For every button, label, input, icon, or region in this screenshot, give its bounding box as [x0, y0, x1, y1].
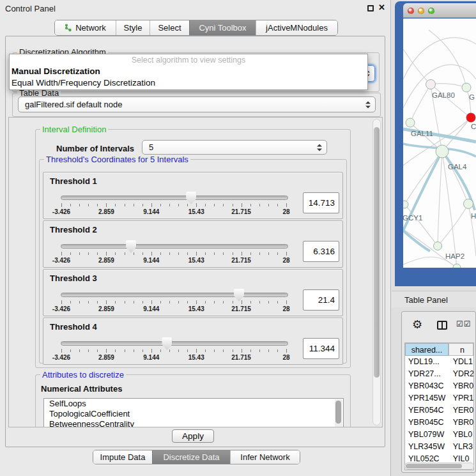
tab-style[interactable]: Style — [116, 20, 150, 35]
node-gal11[interactable] — [406, 118, 415, 127]
columns-icon[interactable] — [437, 321, 447, 330]
node-partial[interactable] — [453, 264, 461, 268]
table-row[interactable]: YBR045CYBR0 — [405, 417, 473, 429]
minimize-traffic-light[interactable] — [418, 8, 424, 14]
tick-mark — [178, 301, 179, 303]
threshold-1-value[interactable] — [303, 192, 339, 213]
float-icon[interactable] — [367, 5, 374, 12]
slider-track[interactable] — [61, 244, 288, 249]
slider-thumb[interactable] — [186, 192, 196, 204]
tab-impute-data[interactable]: Impute Data — [93, 450, 152, 464]
close-icon[interactable]: ✕ — [378, 3, 385, 12]
settings-vertical-scrollbar[interactable] — [372, 119, 381, 426]
tick-mark — [286, 203, 287, 207]
algorithm-popup-hint: Select algorithm to view settings — [10, 54, 367, 65]
slider-track[interactable] — [61, 293, 288, 297]
cell-shared-name[interactable]: YLR345W — [405, 441, 450, 453]
threshold-2-slider[interactable]: -3.4262.8599.14415.4321.71528 — [61, 242, 288, 266]
table-row[interactable]: YPR145WYPR1 — [405, 392, 473, 404]
table-horizontal-scrollbar[interactable] — [404, 463, 474, 470]
table-toolbar: ⚙ ☑☑ — [402, 312, 475, 341]
node-gal4[interactable] — [436, 145, 449, 158]
attribute-list-item[interactable]: BetweennessCentrality — [44, 419, 343, 427]
threshold-4-slider[interactable]: -3.4262.8599.14415.4321.71528 — [61, 339, 288, 363]
tab-discretize-data[interactable]: Discretize Data — [152, 450, 230, 464]
tab-select[interactable]: Select — [150, 20, 189, 35]
cell-name[interactable]: YER0 — [450, 404, 473, 417]
tick-mark — [233, 204, 233, 206]
cell-shared-name[interactable]: YBL079W — [405, 429, 450, 441]
cell-name[interactable]: YPR1 — [450, 392, 473, 404]
tab-network[interactable]: Network — [55, 20, 116, 35]
label-c: C — [471, 123, 476, 130]
cell-shared-name[interactable]: YBR043C — [405, 380, 450, 392]
tab-jactivemnodules[interactable]: jActiveMNodules — [256, 20, 337, 35]
tab-infer-network[interactable]: Infer Network — [230, 450, 300, 464]
node-gal80[interactable] — [426, 80, 436, 89]
attributes-group: Attributes to discretize Numerical Attri… — [35, 374, 351, 427]
cell-shared-name[interactable]: YBR045C — [405, 417, 450, 429]
column-header-name[interactable]: n — [449, 343, 473, 356]
tick-label: 28 — [282, 208, 289, 215]
scrollbar-thumb[interactable] — [406, 464, 462, 468]
checkbox-icons[interactable]: ☑☑ — [456, 319, 472, 328]
table-row[interactable]: YER054CYER0 — [405, 404, 473, 417]
cell-name[interactable]: YDR2 — [450, 368, 473, 380]
node-red[interactable] — [466, 113, 475, 122]
node-gcy1[interactable] — [403, 201, 408, 208]
tab-cyni-toolbox[interactable]: Cyni Toolbox — [189, 20, 256, 35]
tick-mark — [61, 349, 62, 353]
slider-ticks — [61, 300, 286, 305]
table-row[interactable]: YDR27...YDR2 — [405, 368, 473, 380]
threshold-2-value[interactable] — [303, 241, 339, 262]
cell-name[interactable]: YDL1 — [450, 356, 473, 368]
slider-thumb[interactable] — [234, 289, 244, 302]
table-row[interactable]: YLR345WYLR3 — [405, 441, 473, 453]
numerical-attributes-list[interactable]: SelfLoopsTopologicalCoefficientBetweenne… — [43, 398, 344, 427]
cell-name[interactable]: YBL0 — [450, 429, 473, 441]
zoom-traffic-light[interactable] — [428, 8, 434, 14]
number-of-intervals-combo[interactable]: 5 — [142, 140, 327, 155]
threshold-3-value[interactable] — [303, 289, 339, 311]
cell-shared-name[interactable]: YPR145W — [405, 392, 450, 404]
tick-mark — [277, 252, 278, 255]
cell-shared-name[interactable]: YER054C — [405, 404, 450, 417]
tick-mark — [142, 204, 143, 206]
apply-button[interactable]: Apply — [172, 429, 214, 443]
tick-mark — [169, 349, 170, 352]
tick-mark — [134, 301, 134, 303]
cell-name[interactable]: YBR0 — [450, 380, 473, 392]
threshold-panel-4: Threshold 4 -3.4262.8599.14415.4321.7152… — [43, 318, 343, 365]
cell-name[interactable]: YLR3 — [450, 441, 473, 453]
table-data-combo[interactable]: galFiltered.sif default node — [18, 96, 376, 112]
node-hap2[interactable] — [434, 242, 442, 250]
algorithm-option-manual[interactable]: Manual Discretization — [10, 65, 367, 77]
gear-icon[interactable]: ⚙ — [412, 318, 422, 332]
tick-label: 21.715 — [231, 257, 251, 264]
attribute-list-item[interactable]: TopologicalCoefficient — [44, 409, 343, 419]
slider-thumb[interactable] — [126, 240, 136, 253]
slider-track[interactable] — [61, 196, 288, 200]
close-traffic-light[interactable] — [408, 8, 414, 14]
scrollbar-thumb[interactable] — [374, 127, 380, 378]
slider-thumb[interactable] — [162, 337, 172, 350]
algorithm-option-equal-width[interactable]: Equal Width/Frequency Discretization — [10, 77, 367, 88]
attribute-list-item[interactable]: SelfLoops — [44, 399, 343, 409]
cell-shared-name[interactable]: YDR27... — [405, 368, 450, 380]
network-canvas[interactable]: GAL80 G C GAL11 GAL4 GCY1 H HAP2 — [403, 19, 476, 268]
column-header-shared-name[interactable]: shared... — [405, 343, 449, 356]
cell-name[interactable]: YBR0 — [450, 417, 473, 429]
table-row[interactable]: YBL079WYBL0 — [405, 429, 473, 441]
attributes-scrollbar[interactable] — [335, 399, 342, 427]
scrollbar-thumb[interactable] — [335, 401, 341, 424]
node-h[interactable] — [464, 199, 473, 209]
node-g[interactable] — [462, 83, 471, 92]
threshold-3-slider[interactable]: -3.4262.8599.14415.4321.71528 — [61, 290, 288, 314]
table-row[interactable]: YBR043CYBR0 — [405, 380, 473, 392]
threshold-4-value[interactable] — [303, 338, 339, 359]
label-gal80: GAL80 — [432, 91, 455, 99]
cell-shared-name[interactable]: YDL19... — [405, 356, 450, 368]
slider-track[interactable] — [61, 341, 288, 346]
table-row[interactable]: YDL19...YDL1 — [405, 356, 473, 368]
threshold-1-slider[interactable]: -3.4262.8599.14415.4321.71528 — [61, 193, 288, 217]
